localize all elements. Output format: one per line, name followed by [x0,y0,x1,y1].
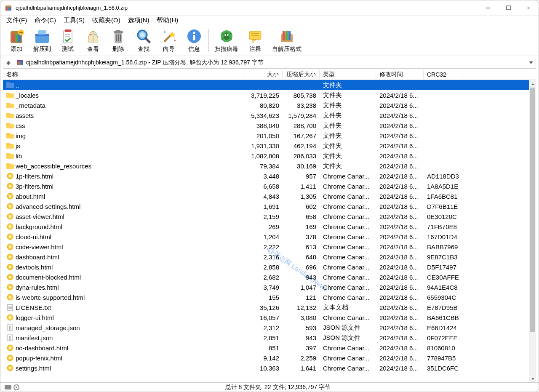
comment-icon [247,28,264,45]
file-crc-cell: 1FA6BC81 [424,193,462,200]
file-name-cell: {}manifest.json [3,334,245,341]
file-row[interactable]: cloud-ui.html1,204378Chrome Canar...2024… [3,232,536,242]
file-packed-cell: 12,132 [283,304,320,311]
svg-rect-50 [249,31,261,40]
svg-point-99 [9,256,11,258]
svg-point-119 [9,347,11,349]
info-button[interactable]: 信息 [181,27,207,54]
delete-icon [110,28,127,45]
svg-text:{}: {} [9,336,11,340]
file-row[interactable]: img201,050167,267文件夹2024/2/18 6... [3,131,536,141]
file-date-cell: 2024/2/18 6... [376,344,424,352]
file-row[interactable]: {}manifest.json2,851943JSON 源文件2024/2/18… [3,333,536,343]
file-row[interactable]: 3p-filters.html6,6581,411Chrome Canar...… [3,181,536,191]
close-button[interactable] [518,0,539,16]
find-label: 查找 [138,45,149,53]
path-text[interactable]: cjpalhdlnbpafiamejdnhcphjbkeiagm_1.56.0.… [26,59,526,67]
file-row[interactable]: advanced-settings.html1,691602Chrome Can… [3,201,536,211]
scrollbar-thumb[interactable] [530,88,535,332]
file-row[interactable]: background.html269169Chrome Canar...2024… [3,221,536,232]
col-date-header[interactable]: 修改时间 [376,70,424,79]
file-date-cell: 2024/2/18 6... [376,365,424,372]
view-button[interactable]: 查看 [80,27,106,54]
sfx-button[interactable]: 自解压格式 [268,27,306,54]
file-size-cell: 79,384 [245,163,283,170]
menu-command[interactable]: 命令(C) [35,16,56,24]
file-date-cell: 2024/2/18 6... [376,334,424,341]
col-crc-header[interactable]: CRC32 [424,70,462,79]
file-date-cell: 2024/2/18 6... [376,233,424,240]
file-row[interactable]: css388,040288,700文件夹2024/2/18 6... [3,120,536,131]
wizard-button[interactable]: 向导 [156,27,181,54]
file-row[interactable]: asset-viewer.html2,159658Chrome Canar...… [3,211,536,221]
file-row[interactable]: {}managed_storage.json2,312593JSON 源文件20… [3,323,536,333]
file-name-cell: img [3,132,245,139]
file-row[interactable]: logger-ui.html16,0573,080Chrome Canar...… [3,312,536,323]
minimize-button[interactable] [478,0,498,16]
file-type-cell: JSON 源文件 [320,334,376,342]
scan-label: 扫描病毒 [215,45,238,53]
file-row[interactable]: is-webrtc-supported.html155121Chrome Can… [3,292,536,302]
scroll-up-icon[interactable]: ▴ [529,80,536,87]
file-row[interactable]: ..文件夹 [3,80,536,90]
delete-button[interactable]: 删除 [106,27,131,54]
file-list[interactable]: @蓝点网 Landian.News ▴ ▾ ..文件夹_locales3,719… [3,80,536,382]
file-row[interactable]: dyna-rules.html3,7491,047Chrome Canar...… [3,282,536,292]
file-row[interactable]: document-blocked.html2,682943Chrome Cana… [3,272,536,282]
file-row[interactable]: assets5,334,6231,579,284文件夹2024/2/18 6..… [3,110,536,120]
col-name-header[interactable]: 名称 [3,70,245,79]
file-row[interactable]: LICENSE.txt35,12612,132文本文档2024/2/18 6..… [3,302,536,312]
col-type-header[interactable]: 类型 [320,70,376,79]
file-row[interactable]: js1,931,330462,194文件夹2024/2/18 6... [3,141,536,151]
file-row[interactable]: _metadata80,82033,238文件夹2024/2/18 6... [3,100,536,110]
file-row[interactable]: 1p-filters.html3,448957Chrome Canar...20… [3,171,536,181]
svg-point-83 [9,175,11,177]
menu-favorites[interactable]: 收藏夹(O) [92,16,120,24]
comment-button[interactable]: 注释 [243,27,268,54]
file-row[interactable]: _locales3,719,225805,738文件夹2024/2/18 6..… [3,90,536,100]
toolbar: 添加 解压到 测试 查看 删除 查找 向导 信息 [0,26,539,56]
svg-rect-77 [6,143,10,145]
file-type-cell: Chrome Canar... [320,284,376,291]
file-date-cell: 2024/2/18 6... [376,324,424,331]
file-crc-cell: 167D01D4 [424,233,462,240]
find-button[interactable]: 查找 [131,27,156,54]
scan-button[interactable]: 扫描病毒 [211,27,243,54]
file-packed-cell: 3,080 [283,314,320,321]
menu-file[interactable]: 文件(F) [6,16,27,24]
file-row[interactable]: settings.html10,3631,641Chrome Canar...2… [3,363,536,373]
svg-rect-62 [21,61,22,65]
test-button[interactable]: 测试 [55,27,80,54]
col-size-header[interactable]: 大小 [245,70,283,79]
svg-rect-81 [6,163,10,165]
file-row[interactable]: devtools.html2,858696Chrome Canar...2024… [3,262,536,272]
sfx-icon [278,28,295,45]
file-type-cell: Chrome Canar... [320,294,376,301]
path-dropdown-button[interactable] [526,61,536,64]
file-row[interactable]: lib1,082,808286,033文件夹2024/2/18 6... [3,151,536,161]
extract-to-button[interactable]: 解压到 [29,27,55,54]
file-row[interactable]: no-dashboard.html851397Chrome Canar...20… [3,343,536,353]
file-row[interactable]: popup-fenix.html9,1422,259Chrome Canar..… [3,353,536,363]
svg-rect-1 [5,5,11,7]
menu-options[interactable]: 选项(N) [128,16,149,24]
file-packed-cell: 648 [283,253,320,261]
file-crc-cell: D7F6B11E [424,203,462,210]
scrollbar[interactable]: ▴ ▾ [529,80,536,382]
file-row[interactable]: about.html4,8431,305Chrome Canar...2024/… [3,191,536,201]
menu-tools[interactable]: 工具(S) [64,16,85,24]
maximize-button[interactable] [498,0,518,16]
add-button[interactable]: 添加 [4,27,29,54]
file-name-cell: dyna-rules.html [3,284,245,291]
file-date-cell: 2024/2/18 6... [376,243,424,251]
menu-help[interactable]: 帮助(H) [157,16,178,24]
file-crc-cell: E787D95B [424,304,462,311]
file-row[interactable]: dashboard.html2,316648Chrome Canar...202… [3,252,536,262]
col-packed-header[interactable]: 压缩后大小 [283,70,320,79]
scroll-down-icon[interactable]: ▾ [529,375,536,382]
file-row[interactable]: web_accessible_resources79,38430,169文件夹2… [3,161,536,171]
file-row[interactable]: code-viewer.html2,222613Chrome Canar...2… [3,242,536,252]
file-name-cell: code-viewer.html [3,243,245,251]
svg-line-34 [146,38,149,42]
up-button[interactable] [3,57,13,68]
